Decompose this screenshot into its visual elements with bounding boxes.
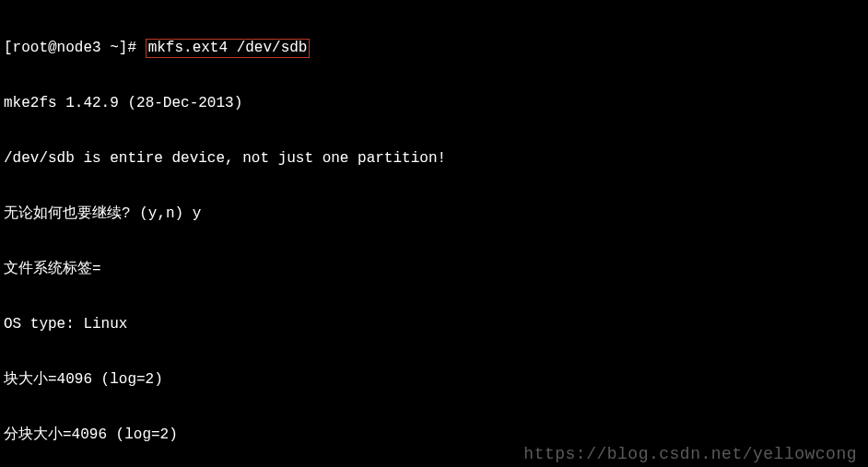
output-line: OS type: Linux — [4, 315, 864, 333]
output-line: 文件系统标签= — [4, 260, 864, 278]
output-line: mke2fs 1.42.9 (28-Dec-2013) — [4, 94, 864, 112]
terminal[interactable]: [root@node3 ~]# mkfs.ext4 /dev/sdb mke2f… — [0, 0, 868, 467]
output-line: 无论如何也要继续? (y,n) y — [4, 204, 864, 223]
prompt: [root@node3 ~]# — [4, 40, 146, 56]
command-line: [root@node3 ~]# mkfs.ext4 /dev/sdb — [4, 39, 864, 57]
output-line: 分块大小=4096 (log=2) — [4, 426, 864, 444]
output-line: /dev/sdb is entire device, not just one … — [4, 149, 864, 168]
output-line: 块大小=4096 (log=2) — [4, 370, 864, 389]
highlighted-command: mkfs.ext4 /dev/sdb — [146, 39, 311, 58]
